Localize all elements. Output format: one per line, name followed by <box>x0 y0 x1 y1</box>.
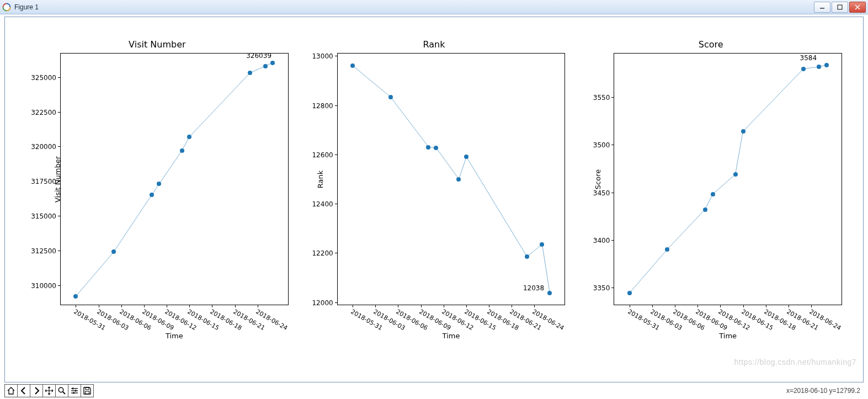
x-tick: 2018-06-18 <box>766 305 766 307</box>
pan-icon[interactable] <box>42 384 56 397</box>
data-point <box>434 146 438 150</box>
coord-readout: x=2018-06-10 y=12799.2 <box>786 387 860 395</box>
minimize-button[interactable] <box>814 2 830 13</box>
x-tick: 2018-06-18 <box>212 305 212 307</box>
data-point <box>540 242 544 247</box>
data-point <box>426 145 430 150</box>
forward-icon[interactable] <box>30 384 43 397</box>
axes: Rank1200012200124001260012800130002018-0… <box>337 53 566 305</box>
x-tick: 2018-06-21 <box>789 305 789 307</box>
x-tick: 2018-06-24 <box>811 305 812 307</box>
data-point <box>817 65 821 69</box>
chart-title: Score <box>575 39 846 50</box>
data-point <box>824 63 829 67</box>
y-axis-label: Score <box>594 169 602 189</box>
data-point <box>270 61 275 65</box>
data-point <box>456 177 461 182</box>
chart-title: Rank <box>299 39 570 50</box>
x-axis-label: Time <box>614 332 842 340</box>
x-tick: 2018-06-24 <box>258 305 258 307</box>
home-icon[interactable] <box>4 384 18 397</box>
data-point <box>263 64 268 68</box>
x-axis-label: Time <box>337 332 566 340</box>
x-tick: 2018-06-06 <box>121 305 122 307</box>
x-tick: 2018-06-21 <box>235 305 236 307</box>
x-tick: 2018-06-12 <box>167 305 167 307</box>
x-tick: 2018-06-09 <box>697 305 698 307</box>
svg-line-6 <box>63 392 65 394</box>
svg-rect-10 <box>72 388 73 390</box>
window-titlebar: Figure 1 <box>0 0 868 14</box>
mpl-toolbar: x=2018-06-10 y=12799.2 <box>4 384 864 398</box>
x-tick: 2018-06-06 <box>675 305 675 307</box>
window-title: Figure 1 <box>14 3 39 11</box>
x-tick: 2018-06-03 <box>652 305 653 307</box>
y-axis-label: Rank <box>316 170 324 188</box>
subplot-0: Visit NumberVisit Number3100003125003150… <box>22 39 293 349</box>
figure-canvas[interactable]: Visit NumberVisit Number3100003125003150… <box>4 17 864 382</box>
x-tick: 2018-06-24 <box>534 305 535 307</box>
data-point <box>711 192 715 196</box>
x-tick: 2018-06-06 <box>398 305 398 307</box>
configure-icon[interactable] <box>68 384 81 397</box>
data-point <box>525 254 529 259</box>
annotation: 3584 <box>800 54 817 62</box>
x-tick: 2018-06-18 <box>489 305 489 307</box>
x-tick: 2018-06-12 <box>720 305 721 307</box>
data-line <box>338 54 565 305</box>
window-controls <box>814 2 866 13</box>
x-axis-label: Time <box>60 332 289 340</box>
maximize-button[interactable] <box>832 2 848 13</box>
x-tick: 2018-06-15 <box>466 305 467 307</box>
data-line <box>614 54 842 305</box>
annotation: 326039 <box>246 52 271 60</box>
svg-rect-2 <box>838 5 842 9</box>
svg-rect-11 <box>75 390 76 392</box>
chart-title: Visit Number <box>22 39 293 50</box>
data-point <box>703 208 707 212</box>
plots-row: Visit NumberVisit Number3100003125003150… <box>5 17 863 382</box>
subplot-2: ScoreScore335034003450350035502018-05-31… <box>575 39 846 349</box>
x-tick: 2018-06-15 <box>189 305 190 307</box>
x-tick: 2018-06-03 <box>99 305 99 307</box>
axes: Score335034003450350035502018-05-312018-… <box>614 53 842 305</box>
save-icon[interactable] <box>81 384 94 397</box>
zoom-icon[interactable] <box>55 384 68 397</box>
x-tick: 2018-06-15 <box>743 305 744 307</box>
x-tick: 2018-06-21 <box>512 305 512 307</box>
svg-rect-14 <box>86 391 89 394</box>
x-tick: 2018-05-31 <box>353 305 353 307</box>
x-tick: 2018-05-31 <box>76 305 76 307</box>
x-tick: 2018-06-12 <box>444 305 444 307</box>
annotation: 12038 <box>523 284 544 292</box>
close-button[interactable] <box>849 2 866 13</box>
app-icon <box>2 3 11 12</box>
data-line <box>61 54 288 305</box>
x-tick: 2018-06-09 <box>144 305 145 307</box>
axes: Visit Number3100003125003150003175003200… <box>60 53 289 305</box>
subplot-1: RankRank12000122001240012600128001300020… <box>299 39 570 349</box>
data-point <box>180 148 184 153</box>
data-point <box>801 67 806 71</box>
data-point <box>547 291 552 295</box>
data-point <box>388 95 393 99</box>
data-point <box>741 129 745 134</box>
svg-point-5 <box>58 387 63 392</box>
svg-rect-12 <box>73 392 74 394</box>
x-tick: 2018-06-03 <box>375 305 376 307</box>
back-icon[interactable] <box>17 384 30 397</box>
x-tick: 2018-06-09 <box>421 305 422 307</box>
data-point <box>733 172 738 177</box>
x-tick: 2018-05-31 <box>630 305 630 307</box>
